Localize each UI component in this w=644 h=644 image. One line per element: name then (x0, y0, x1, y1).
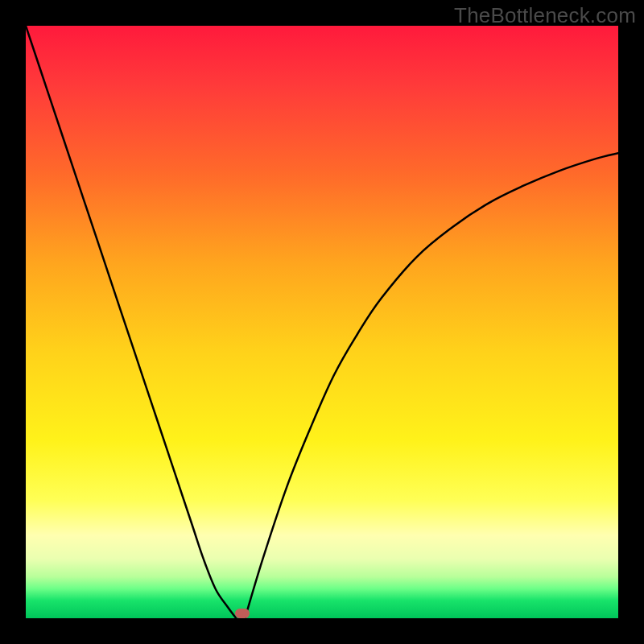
curve-right (245, 153, 618, 618)
minimum-marker (235, 609, 250, 618)
chart-frame: TheBottleneck.com (0, 0, 644, 644)
curve-left (26, 26, 236, 618)
plot-area (26, 26, 618, 618)
curve-svg (26, 26, 618, 618)
watermark-text: TheBottleneck.com (454, 3, 636, 28)
